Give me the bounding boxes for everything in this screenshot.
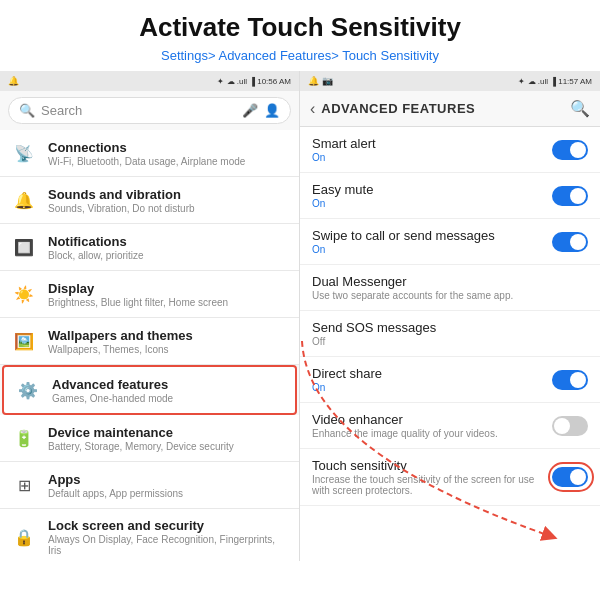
back-button[interactable]: ‹ — [310, 100, 315, 118]
device-icon: 🔋 — [10, 424, 38, 452]
apps-subtitle: Default apps, App permissions — [48, 488, 289, 499]
easy-mute-text: Easy mute On — [312, 182, 552, 209]
notifications-text: Notifications Block, allow, prioritize — [48, 234, 289, 261]
right-header: ‹ ADVANCED FEATURES 🔍 — [300, 91, 600, 127]
right-header-title: ADVANCED FEATURES — [321, 101, 475, 116]
feature-dual-messenger[interactable]: Dual Messenger Use two separate accounts… — [300, 265, 600, 311]
feature-sos-messages[interactable]: Send SOS messages Off — [300, 311, 600, 357]
setting-display[interactable]: ☀️ Display Brightness, Blue light filter… — [0, 271, 299, 318]
touch-sensitivity-text: Touch sensitivity Increase the touch sen… — [312, 458, 552, 496]
direct-share-subtitle: On — [312, 382, 552, 393]
sos-title: Send SOS messages — [312, 320, 588, 335]
swipe-call-subtitle: On — [312, 244, 552, 255]
connections-subtitle: Wi-Fi, Bluetooth, Data usage, Airplane m… — [48, 156, 289, 167]
settings-list: 📡 Connections Wi-Fi, Bluetooth, Data usa… — [0, 130, 299, 561]
touch-sensitivity-title: Touch sensitivity — [312, 458, 552, 473]
search-button-right[interactable]: 🔍 — [570, 99, 590, 118]
direct-share-text: Direct share On — [312, 366, 552, 393]
display-title: Display — [48, 281, 289, 296]
sos-text: Send SOS messages Off — [312, 320, 588, 347]
device-text: Device maintenance Battery, Storage, Mem… — [48, 425, 289, 452]
setting-device-maintenance[interactable]: 🔋 Device maintenance Battery, Storage, M… — [0, 415, 299, 462]
status-right: ✦ ☁ .ull ▐ 10:56 AM — [217, 77, 291, 86]
sounds-icon: 🔔 — [10, 186, 38, 214]
left-status-bar: 🔔 ✦ ☁ .ull ▐ 10:56 AM — [0, 71, 299, 91]
setting-lock-screen[interactable]: 🔒 Lock screen and security Always On Dis… — [0, 509, 299, 561]
status-left: 🔔 — [8, 76, 19, 86]
display-icon: ☀️ — [10, 280, 38, 308]
feature-swipe-call[interactable]: Swipe to call or send messages On — [300, 219, 600, 265]
right-status-left: 🔔 📷 — [308, 76, 333, 86]
features-list: Smart alert On Easy mute On Swipe to cal… — [300, 127, 600, 561]
video-enhancer-toggle[interactable] — [552, 416, 588, 436]
setting-apps[interactable]: ⊞ Apps Default apps, App permissions — [0, 462, 299, 509]
setting-notifications[interactable]: 🔲 Notifications Block, allow, prioritize — [0, 224, 299, 271]
feature-smart-alert[interactable]: Smart alert On — [300, 127, 600, 173]
lock-title: Lock screen and security — [48, 518, 289, 533]
page-title: Activate Touch Sensitivity — [20, 12, 580, 43]
setting-sounds[interactable]: 🔔 Sounds and vibration Sounds, Vibration… — [0, 177, 299, 224]
left-panel: 🔔 ✦ ☁ .ull ▐ 10:56 AM 🔍 Search 🎤 👤 📡 Con… — [0, 71, 300, 561]
sounds-subtitle: Sounds, Vibration, Do not disturb — [48, 203, 289, 214]
mic-icon[interactable]: 🎤 — [242, 103, 258, 118]
wallpapers-subtitle: Wallpapers, Themes, Icons — [48, 344, 289, 355]
device-subtitle: Battery, Storage, Memory, Device securit… — [48, 441, 289, 452]
device-title: Device maintenance — [48, 425, 289, 440]
feature-touch-sensitivity[interactable]: Touch sensitivity Increase the touch sen… — [300, 449, 600, 506]
apps-title: Apps — [48, 472, 289, 487]
touch-sensitivity-toggle[interactable] — [552, 467, 588, 487]
dual-messenger-subtitle: Use two separate accounts for the same a… — [312, 290, 588, 301]
setting-wallpapers[interactable]: 🖼️ Wallpapers and themes Wallpapers, The… — [0, 318, 299, 365]
right-status-bar: 🔔 📷 ✦ ☁ .ull ▐ 11:57 AM — [300, 71, 600, 91]
advanced-text: Advanced features Games, One-handed mode — [52, 377, 285, 404]
video-enhancer-text: Video enhancer Enhance the image quality… — [312, 412, 552, 439]
easy-mute-toggle[interactable] — [552, 186, 588, 206]
search-bar[interactable]: 🔍 Search 🎤 👤 — [8, 97, 291, 124]
display-text: Display Brightness, Blue light filter, H… — [48, 281, 289, 308]
connections-icon: 📡 — [10, 139, 38, 167]
notifications-subtitle: Block, allow, prioritize — [48, 250, 289, 261]
touch-sensitivity-subtitle: Increase the touch sensitivity of the sc… — [312, 474, 552, 496]
right-panel: 🔔 📷 ✦ ☁ .ull ▐ 11:57 AM ‹ ADVANCED FEATU… — [300, 71, 600, 561]
dual-messenger-title: Dual Messenger — [312, 274, 588, 289]
lock-subtitle: Always On Display, Face Recognition, Fin… — [48, 534, 289, 556]
direct-share-toggle[interactable] — [552, 370, 588, 390]
easy-mute-title: Easy mute — [312, 182, 552, 197]
setting-connections[interactable]: 📡 Connections Wi-Fi, Bluetooth, Data usa… — [0, 130, 299, 177]
video-enhancer-title: Video enhancer — [312, 412, 552, 427]
lock-icon: 🔒 — [10, 523, 38, 551]
video-enhancer-subtitle: Enhance the image quality of your videos… — [312, 428, 552, 439]
page-subtitle: Settings> Advanced Features> Touch Sensi… — [20, 47, 580, 65]
page-header: Activate Touch Sensitivity Settings> Adv… — [0, 0, 600, 71]
smart-alert-toggle[interactable] — [552, 140, 588, 160]
easy-mute-subtitle: On — [312, 198, 552, 209]
smart-alert-subtitle: On — [312, 152, 552, 163]
wallpapers-text: Wallpapers and themes Wallpapers, Themes… — [48, 328, 289, 355]
display-subtitle: Brightness, Blue light filter, Home scre… — [48, 297, 289, 308]
advanced-title: Advanced features — [52, 377, 285, 392]
swipe-call-title: Swipe to call or send messages — [312, 228, 552, 243]
swipe-call-toggle[interactable] — [552, 232, 588, 252]
feature-direct-share[interactable]: Direct share On — [300, 357, 600, 403]
apps-text: Apps Default apps, App permissions — [48, 472, 289, 499]
feature-easy-mute[interactable]: Easy mute On — [300, 173, 600, 219]
sounds-text: Sounds and vibration Sounds, Vibration, … — [48, 187, 289, 214]
swipe-call-text: Swipe to call or send messages On — [312, 228, 552, 255]
setting-advanced-features[interactable]: ⚙️ Advanced features Games, One-handed m… — [2, 365, 297, 415]
dual-messenger-text: Dual Messenger Use two separate accounts… — [312, 274, 588, 301]
feature-video-enhancer[interactable]: Video enhancer Enhance the image quality… — [300, 403, 600, 449]
sounds-title: Sounds and vibration — [48, 187, 289, 202]
apps-icon: ⊞ — [10, 471, 38, 499]
notifications-title: Notifications — [48, 234, 289, 249]
search-text: Search — [41, 103, 236, 118]
notifications-icon: 🔲 — [10, 233, 38, 261]
smart-alert-text: Smart alert On — [312, 136, 552, 163]
search-icon: 🔍 — [19, 103, 35, 118]
search-actions: 🎤 👤 — [242, 103, 280, 118]
connections-title: Connections — [48, 140, 289, 155]
wallpapers-title: Wallpapers and themes — [48, 328, 289, 343]
user-icon[interactable]: 👤 — [264, 103, 280, 118]
sos-subtitle: Off — [312, 336, 588, 347]
right-header-left: ‹ ADVANCED FEATURES — [310, 100, 475, 118]
wallpapers-icon: 🖼️ — [10, 327, 38, 355]
